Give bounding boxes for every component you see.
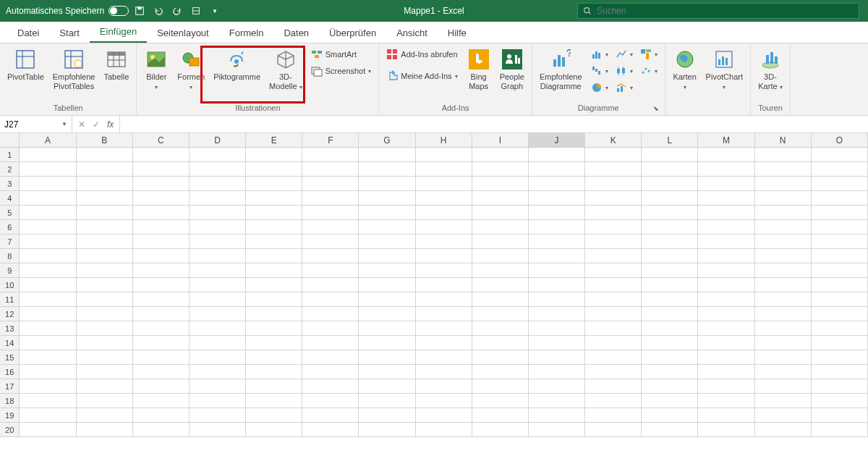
cell[interactable] xyxy=(472,148,529,162)
cell[interactable] xyxy=(529,191,585,206)
column-header[interactable]: E xyxy=(246,133,302,148)
cell[interactable] xyxy=(359,235,415,249)
column-chart-button[interactable]: ▾ xyxy=(588,46,611,62)
cell[interactable] xyxy=(585,423,642,437)
formula-input[interactable] xyxy=(120,116,868,132)
row-header[interactable]: 12 xyxy=(0,307,20,321)
cell[interactable] xyxy=(812,177,868,191)
cell[interactable] xyxy=(359,249,415,263)
cell[interactable] xyxy=(755,191,812,206)
cell[interactable] xyxy=(755,148,812,162)
cell[interactable] xyxy=(302,307,359,321)
cell[interactable] xyxy=(133,292,190,307)
cell[interactable] xyxy=(755,162,812,177)
3d-map-button[interactable]: 3D- Karte ▾ xyxy=(755,46,786,93)
save-button[interactable] xyxy=(132,3,148,19)
cell[interactable] xyxy=(812,336,868,350)
row-header[interactable]: 1 xyxy=(0,148,20,162)
enter-icon[interactable]: ✓ xyxy=(93,119,100,130)
cell[interactable] xyxy=(472,307,529,321)
cell[interactable] xyxy=(246,206,302,220)
combo-chart-button[interactable]: ▾ xyxy=(613,80,636,96)
pie-chart-button[interactable]: ▾ xyxy=(588,80,611,96)
cell[interactable] xyxy=(190,235,246,249)
cell[interactable] xyxy=(529,350,585,365)
row-header[interactable]: 6 xyxy=(0,220,20,235)
cell[interactable] xyxy=(133,394,190,408)
cell[interactable] xyxy=(302,263,359,278)
row-header[interactable]: 2 xyxy=(0,162,20,177)
cell[interactable] xyxy=(529,278,585,292)
cell[interactable] xyxy=(133,350,190,365)
cell[interactable] xyxy=(698,162,754,177)
cell[interactable] xyxy=(416,394,472,408)
cell[interactable] xyxy=(812,191,868,206)
cell[interactable] xyxy=(302,162,359,177)
cell[interactable] xyxy=(529,321,585,336)
cell[interactable] xyxy=(812,235,868,249)
cell[interactable] xyxy=(302,235,359,249)
cell[interactable] xyxy=(472,191,529,206)
cell[interactable] xyxy=(755,235,812,249)
cell[interactable] xyxy=(812,292,868,307)
column-header[interactable]: F xyxy=(302,133,359,148)
cell[interactable] xyxy=(755,336,812,350)
cell[interactable] xyxy=(698,177,754,191)
column-header[interactable]: M xyxy=(698,133,754,148)
cell[interactable] xyxy=(190,177,246,191)
cell[interactable] xyxy=(585,379,642,394)
cell[interactable] xyxy=(416,162,472,177)
cell[interactable] xyxy=(133,235,190,249)
my-addins-button[interactable]: Meine Add-Ins ▾ xyxy=(383,68,460,84)
cell[interactable] xyxy=(359,321,415,336)
icons-button[interactable]: Piktogramme xyxy=(210,46,263,83)
cell[interactable] xyxy=(585,191,642,206)
cell[interactable] xyxy=(302,394,359,408)
cell[interactable] xyxy=(77,191,133,206)
cell[interactable] xyxy=(246,220,302,235)
pivottable-button[interactable]: PivotTable xyxy=(4,46,47,83)
cell[interactable] xyxy=(642,336,698,350)
cell[interactable] xyxy=(416,336,472,350)
cell[interactable] xyxy=(698,336,754,350)
cell[interactable] xyxy=(529,263,585,278)
cell[interactable] xyxy=(755,177,812,191)
cell[interactable] xyxy=(190,191,246,206)
cell[interactable] xyxy=(698,379,754,394)
cell[interactable] xyxy=(416,278,472,292)
cell[interactable] xyxy=(190,394,246,408)
cell[interactable] xyxy=(359,423,415,437)
cell[interactable] xyxy=(529,162,585,177)
recommended-charts-button[interactable]: ? Empfohlene Diagramme xyxy=(537,46,585,93)
cell[interactable] xyxy=(133,365,190,379)
cell[interactable] xyxy=(302,278,359,292)
cell[interactable] xyxy=(133,278,190,292)
cell[interactable] xyxy=(585,350,642,365)
row-header[interactable]: 16 xyxy=(0,365,20,379)
cell[interactable] xyxy=(416,365,472,379)
cell[interactable] xyxy=(812,307,868,321)
cell[interactable] xyxy=(359,307,415,321)
cell[interactable] xyxy=(472,162,529,177)
cell[interactable] xyxy=(698,148,754,162)
cell[interactable] xyxy=(812,148,868,162)
cell[interactable] xyxy=(302,365,359,379)
cell[interactable] xyxy=(246,321,302,336)
undo-button[interactable] xyxy=(150,3,166,19)
name-box[interactable]: J27 ▼ xyxy=(0,116,72,132)
search-input[interactable] xyxy=(597,6,854,16)
bing-maps-button[interactable]: Bing Maps xyxy=(464,46,494,93)
tab-ansicht[interactable]: Ansicht xyxy=(386,23,438,43)
cell[interactable] xyxy=(698,423,754,437)
cell[interactable] xyxy=(755,206,812,220)
cell[interactable] xyxy=(642,177,698,191)
cell[interactable] xyxy=(20,394,76,408)
column-header[interactable]: B xyxy=(77,133,133,148)
cell[interactable] xyxy=(642,307,698,321)
cell[interactable] xyxy=(190,365,246,379)
cell[interactable] xyxy=(472,177,529,191)
cell[interactable] xyxy=(812,263,868,278)
cell[interactable] xyxy=(585,321,642,336)
cell[interactable] xyxy=(133,336,190,350)
cell[interactable] xyxy=(755,278,812,292)
